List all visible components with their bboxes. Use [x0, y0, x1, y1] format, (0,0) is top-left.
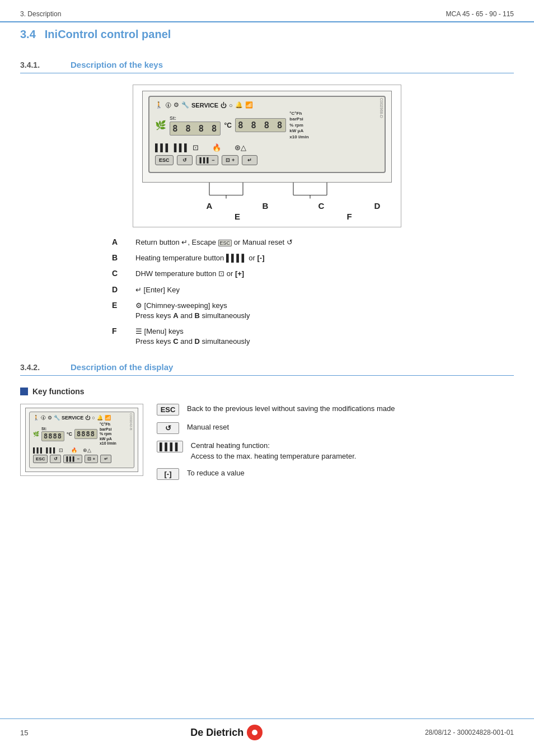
logo-circle-icon: [247, 725, 263, 740]
subsection-3-4-2: 3.4.2. Description of the display: [20, 360, 514, 376]
key-letter-A: A: [112, 237, 125, 246]
panel-display-row: 🌿 St: 8 8 8 8 °C 8 8 8 8 °C°Fh barPsi: [155, 111, 379, 140]
label-B: B: [237, 201, 293, 211]
section-number: 3.4: [20, 28, 36, 41]
bottom-control-panel: C003042-B 🚶 🛈 ⚙ 🔧 SERVICE ⏻ ○ 🔔 📶: [29, 412, 134, 468]
b-seg-2: 8888: [74, 429, 97, 439]
panel-diagram: C002968-D 🚶 🛈 ⚙ 🔧 SERVICE ⏻ ○ 🔔 📶 🌿: [20, 85, 514, 227]
service-label: SERVICE: [191, 102, 218, 109]
icon-info: 🛈: [165, 102, 171, 109]
key-descriptions: A Return button ↵, Escape ESC or Manual …: [112, 237, 514, 347]
icon-signal: 📶: [245, 101, 253, 109]
panel-image-container: C002968-D 🚶 🛈 ⚙ 🔧 SERVICE ⏻ ○ 🔔 📶 🌿: [133, 85, 401, 227]
kf-text-1: Manual reset: [187, 422, 229, 432]
b-btns: ESC ↺ ▌▌▌ − ⊡ + ↵: [33, 455, 130, 463]
kf-icon-3: [-]: [157, 468, 179, 480]
b-icon-leaf: 🌿: [33, 431, 39, 437]
label-C: C: [293, 201, 349, 211]
key-letter-B: B: [112, 253, 125, 262]
bars-minus-button[interactable]: ▌▌▌ −: [196, 155, 219, 165]
section-title-bar: 3.4 IniControl control panel: [0, 21, 534, 46]
b-icon-person: 🚶: [33, 415, 39, 421]
b-bars-btn[interactable]: ▌▌▌ −: [63, 455, 82, 463]
section-title: IniControl control panel: [45, 28, 171, 41]
kf-text-3: To reduce a value: [187, 468, 245, 478]
icon-bars-mid: ▌▌▌: [174, 143, 190, 152]
kf-icon-0: ESC: [157, 404, 179, 416]
icon-circle: ○: [229, 102, 233, 109]
key-desc-F: F ☰ [Menu] keysPress keys C and D simult…: [112, 326, 514, 347]
key-letter-E: E: [112, 301, 125, 310]
segment-display-1: 8 8 8 8: [170, 122, 221, 136]
key-text-B: Heating temperature button ▌▌▌▌ or [-]: [135, 253, 265, 263]
control-panel: C002968-D 🚶 🛈 ⚙ 🔧 SERVICE ⏻ ○ 🔔 📶 🌿: [148, 96, 386, 173]
kf-descriptions: ESC Back to the previous level without s…: [157, 404, 514, 486]
key-text-E: ⚙ [Chimney-sweeping] keysPress keys A an…: [135, 301, 250, 321]
kf-row-2: ▌▌▌▌ Central heating function:Access to …: [157, 441, 514, 461]
bullet-icon: [20, 388, 28, 395]
panel-buttons-row: ESC ↺ ▌▌▌ − ⊡ + ↵: [155, 155, 379, 165]
subsection-title-1: Description of the keys: [71, 60, 163, 69]
key-desc-A: A Return button ↵, Escape ESC or Manual …: [112, 237, 514, 248]
label-A: A: [181, 201, 237, 211]
key-desc-C: C DHW temperature button ⊡ or [+]: [112, 269, 514, 279]
b-icon-wrench: 🔧: [54, 415, 60, 421]
subsection-title-2: Description of the display: [71, 362, 173, 372]
label-D: D: [349, 201, 405, 211]
key-text-C: DHW temperature button ⊡ or [+]: [135, 269, 244, 279]
key-functions-header: Key functions: [20, 387, 514, 396]
esc-button[interactable]: ESC: [155, 155, 174, 165]
connector-lines: [142, 183, 411, 199]
b-seg-1: 8888: [41, 431, 64, 441]
b-icon-signal: 📶: [105, 415, 111, 421]
panel-image-inner: C002968-D 🚶 🛈 ⚙ 🔧 SERVICE ⏻ ○ 🔔 📶 🌿: [142, 91, 392, 183]
bottom-watermark: C003042-B: [129, 413, 133, 430]
icon-settings: ⚙: [174, 101, 179, 109]
b-icon-bars-m: ▌▌▌: [46, 447, 57, 453]
icon-person: 🚶: [155, 101, 163, 109]
b-icon-radiator: ⊡: [59, 447, 63, 453]
b-icon-flame: 🔥: [71, 447, 77, 453]
panel-bottom-icons: ▌▌▌ ▌▌▌ ⊡ 🔥 ⊛△: [155, 143, 379, 152]
b-celsius: °C: [67, 431, 72, 437]
kf-icon-2: ▌▌▌▌: [157, 441, 183, 452]
reset-button[interactable]: ↺: [177, 155, 193, 165]
b-units: °C°Fh barPsi % rpm kW μA x10 l/min: [100, 422, 116, 446]
icon-bell: 🔔: [235, 101, 243, 109]
b-enter-btn[interactable]: ↵: [100, 455, 111, 463]
b-esc-btn[interactable]: ESC: [33, 455, 48, 463]
icon-radiator: ⊡: [193, 143, 199, 152]
key-functions-label: Key functions: [32, 387, 85, 396]
key-text-D: ↵ [Enter] Key: [135, 285, 180, 295]
key-desc-D: D ↵ [Enter] Key: [112, 285, 514, 295]
seg-digits-2: 8 8 8 8: [238, 120, 283, 130]
icon-bars-left: ▌▌▌: [155, 143, 171, 152]
segment-display-2: 8 8 8 8: [235, 118, 286, 132]
celsius-icon: °C: [224, 122, 231, 129]
abcd-labels: A B C D: [148, 201, 405, 211]
units-line-1: °C°Fh: [289, 111, 308, 116]
b-bottom-icons: ▌▌▌ ▌▌▌ ⊡ 🔥 ⊛△: [33, 447, 130, 453]
units-line-4: kW μA: [289, 128, 308, 134]
b-icon-info: 🛈: [41, 415, 46, 421]
header-left: 3. Description: [20, 10, 61, 18]
b-reset-btn[interactable]: ↺: [50, 455, 61, 463]
radiator-plus-button[interactable]: ⊡ +: [222, 155, 238, 165]
key-desc-E: E ⚙ [Chimney-sweeping] keysPress keys A …: [112, 301, 514, 321]
b-rad-btn[interactable]: ⊡ +: [85, 455, 98, 463]
enter-button[interactable]: ↵: [242, 155, 257, 165]
key-desc-B: B Heating temperature button ▌▌▌▌ or [-]: [112, 253, 514, 263]
esc-label: ESC: [159, 157, 170, 163]
icon-wrench: 🔧: [181, 101, 189, 109]
footer-page-number: 15: [20, 729, 28, 737]
key-letter-F: F: [112, 326, 125, 335]
units-line-5: x10 l/min: [289, 134, 308, 140]
footer-logo: De Dietrich: [190, 725, 263, 740]
key-letter-C: C: [112, 269, 125, 278]
icon-warning-area: ⊛△: [235, 143, 246, 152]
logo-text: De Dietrich: [190, 727, 243, 739]
b-icon-settings: ⚙: [48, 415, 52, 421]
b-icon-bars-l: ▌▌▌: [33, 447, 44, 453]
units-line-3: % rpm: [289, 123, 308, 128]
bottom-panel-inner: C003042-B 🚶 🛈 ⚙ 🔧 SERVICE ⏻ ○ 🔔 📶: [25, 408, 138, 472]
